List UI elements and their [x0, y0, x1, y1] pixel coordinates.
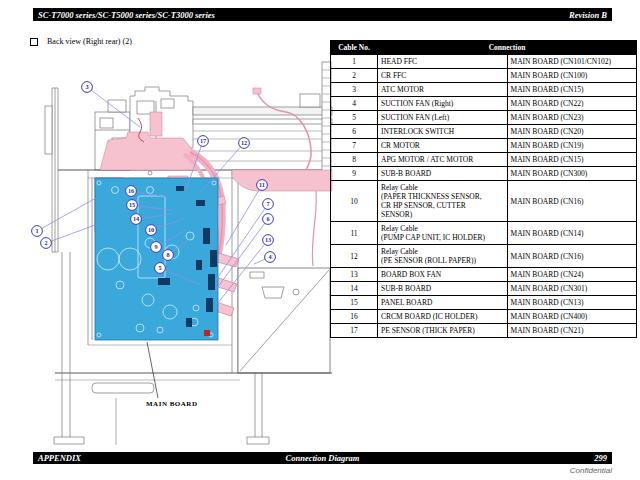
cable-no-cell: 14 — [331, 282, 378, 296]
callout-number: 7 — [266, 200, 269, 207]
cable-name-cell: ATC MOTOR — [378, 83, 508, 97]
connection-cell: MAIN BOARD (CN301) — [507, 282, 637, 296]
table-row: 12Relay Cable (PE SENSOR (ROLL PAPER))MA… — [331, 245, 637, 268]
table-row: 13BOARD BOX FANMAIN BOARD (CN24) — [331, 268, 637, 282]
cable-name-cell: CR MOTOR — [378, 139, 508, 153]
cable-name-cell: SUB-B BOARD — [378, 167, 508, 181]
cable-no-cell: 4 — [331, 97, 378, 111]
cable-name-cell: SUCTION FAN (Left) — [378, 111, 508, 125]
cable-no-cell: 15 — [331, 296, 378, 310]
callout-number: 16 — [128, 187, 134, 194]
cable-no-cell: 10 — [331, 181, 378, 222]
cable-no-cell: 16 — [331, 310, 378, 324]
cable-table-body: 1HEAD FFCMAIN BOARD (CN101/CN102)2CR FFC… — [331, 55, 637, 338]
callout-number: 8 — [166, 251, 169, 258]
callout-number: 13 — [265, 236, 271, 243]
callout-number: 12 — [241, 139, 247, 146]
footer-chapter: Connection Diagram — [33, 453, 612, 463]
cable-name-cell: Relay Cable (PAPER THICKNESS SENSOR, CR … — [378, 181, 508, 222]
cable-name-cell: CR FFC — [378, 69, 508, 83]
cable-name-cell: Relay Cable (PE SENSOR (ROLL PAPER)) — [378, 245, 508, 268]
callout-number: 9 — [154, 243, 157, 250]
cable-name-cell: CRCM BOARD (IC HOLDER) — [378, 310, 508, 324]
table-row: 10Relay Cable (PAPER THICKNESS SENSOR, C… — [331, 181, 637, 222]
callout-number: 5 — [158, 264, 161, 271]
connection-cell: MAIN BOARD (CN19) — [507, 139, 637, 153]
cable-no-cell: 17 — [331, 324, 378, 338]
table-header-row: Cable No. Connection — [331, 41, 637, 55]
table-row: 3ATC MOTORMAIN BOARD (CN15) — [331, 83, 637, 97]
board-marker — [204, 330, 210, 336]
main-board-label: MAIN BOARD — [146, 400, 197, 408]
callout-number: 14 — [133, 215, 139, 222]
table-row: 6INTERLOCK SWITCHMAIN BOARD (CN20) — [331, 125, 637, 139]
connection-cell: MAIN BOARD (CN15) — [507, 153, 637, 167]
document-title: SC-T7000 series/SC-T5000 series/SC-T3000… — [38, 10, 215, 20]
callout-leader-line — [226, 185, 262, 245]
cable-name-cell: HEAD FFC — [378, 55, 508, 69]
cable-name-cell: SUCTION FAN (Right) — [378, 97, 508, 111]
section-heading: Back view (Right rear) (2) — [30, 37, 132, 46]
manual-page: SC-T7000 series/SC-T5000 series/SC-T3000… — [0, 0, 640, 480]
cable-table: Cable No. Connection 1HEAD FFCMAIN BOARD… — [330, 40, 637, 338]
callout-number: 15 — [129, 201, 135, 208]
callout-leader-line — [37, 198, 96, 231]
callout-number: 10 — [148, 226, 154, 233]
cable-name-cell: PE SENSOR (THICK PAPER) — [378, 324, 508, 338]
page-number: 299 — [594, 453, 607, 463]
cable-no-cell: 9 — [331, 167, 378, 181]
checkbox-bullet-icon — [30, 38, 38, 46]
callout-number: 3 — [85, 83, 88, 90]
connection-cell: MAIN BOARD (CN14) — [507, 222, 637, 245]
table-row: 11Relay Cable (PUMP CAP UNIT, IC HOLDER)… — [331, 222, 637, 245]
revision-label: Revision B — [569, 10, 607, 20]
callout-number: 1 — [35, 227, 38, 234]
connection-cell: MAIN BOARD (CN23) — [507, 111, 637, 125]
table-row: 2CR FFCMAIN BOARD (CN100) — [331, 69, 637, 83]
table-row: 1HEAD FFCMAIN BOARD (CN101/CN102) — [331, 55, 637, 69]
connection-diagram: MAIN BOARD 1234567891011121314151617 — [25, 55, 335, 450]
page-header-bar: SC-T7000 series/SC-T5000 series/SC-T3000… — [33, 8, 612, 21]
connection-header: Connection — [378, 41, 637, 55]
callout-number: 11 — [259, 181, 265, 188]
cable-no-cell: 1 — [331, 55, 378, 69]
table-row: 15PANEL BOARDMAIN BOARD (CN13) — [331, 296, 637, 310]
page-footer-bar: APPENDIX Connection Diagram 299 — [33, 452, 612, 464]
connection-cell: MAIN BOARD (CN24) — [507, 268, 637, 282]
table-row: 8APG MOTOR / ATC MOTORMAIN BOARD (CN15) — [331, 153, 637, 167]
table-row: 16CRCM BOARD (IC HOLDER)MAIN BOARD (CN40… — [331, 310, 637, 324]
connection-cell: MAIN BOARD (CN101/CN102) — [507, 55, 637, 69]
connection-cell: MAIN BOARD (CN21) — [507, 324, 637, 338]
connection-cell: MAIN BOARD (CN16) — [507, 181, 637, 222]
cable-name-cell: APG MOTOR / ATC MOTOR — [378, 153, 508, 167]
connection-cell: MAIN BOARD (CN400) — [507, 310, 637, 324]
cable-name-cell: Relay Cable (PUMP CAP UNIT, IC HOLDER) — [378, 222, 508, 245]
cable-no-cell: 13 — [331, 268, 378, 282]
cable-name-cell: SUB-B BOARD — [378, 282, 508, 296]
callout-number: 17 — [200, 137, 206, 144]
cable-name-cell: BOARD BOX FAN — [378, 268, 508, 282]
connection-cell: MAIN BOARD (CN100) — [507, 69, 637, 83]
cable-no-cell: 5 — [331, 111, 378, 125]
cable-name-cell: PANEL BOARD — [378, 296, 508, 310]
table-row: 4SUCTION FAN (Right)MAIN BOARD (CN22) — [331, 97, 637, 111]
table-row: 9SUB-B BOARDMAIN BOARD (CN300) — [331, 167, 637, 181]
main-board-highlight — [95, 178, 218, 340]
connection-cell: MAIN BOARD (CN22) — [507, 97, 637, 111]
table-row: 17PE SENSOR (THICK PAPER)MAIN BOARD (CN2… — [331, 324, 637, 338]
connection-cell: MAIN BOARD (CN300) — [507, 167, 637, 181]
connection-cell: MAIN BOARD (CN16) — [507, 245, 637, 268]
callout-number: 2 — [44, 239, 47, 246]
cable-no-cell: 2 — [331, 69, 378, 83]
table-row: 5SUCTION FAN (Left)MAIN BOARD (CN23) — [331, 111, 637, 125]
table-row: 14SUB-B BOARDMAIN BOARD (CN301) — [331, 282, 637, 296]
cable-no-cell: 3 — [331, 83, 378, 97]
cable-no-cell: 6 — [331, 125, 378, 139]
confidential-watermark: Confidential — [33, 466, 612, 475]
cable-no-cell: 11 — [331, 222, 378, 245]
connection-cell: MAIN BOARD (CN13) — [507, 296, 637, 310]
connection-cell: MAIN BOARD (CN20) — [507, 125, 637, 139]
cable-no-cell: 8 — [331, 153, 378, 167]
cable-name-cell: INTERLOCK SWITCH — [378, 125, 508, 139]
callout-number: 4 — [268, 253, 271, 260]
